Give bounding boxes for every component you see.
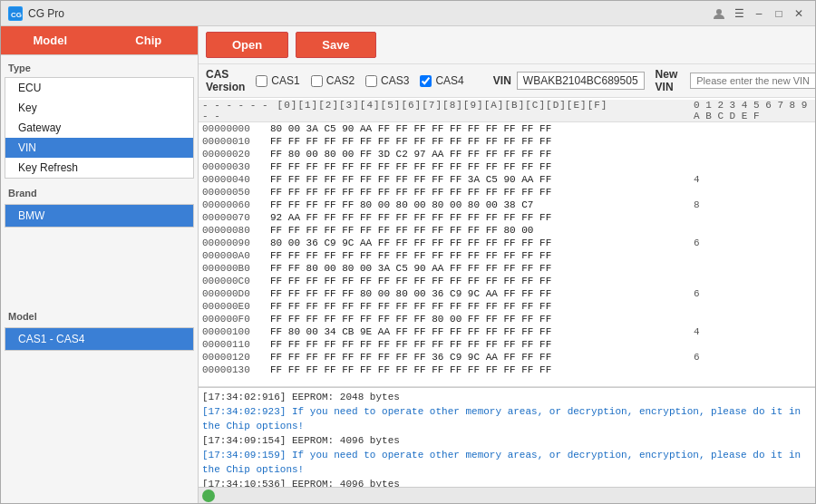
maximize-button[interactable]: □ (770, 5, 788, 23)
type-list: ECU Key Gateway VIN Key Refresh (5, 77, 194, 179)
hex-row-bytes: FF 80 00 80 00 FF 3D C2 97 AA FF FF FF F… (270, 148, 694, 160)
hex-row: 000000C0 FF FF FF FF FF FF FF FF FF FF F… (199, 275, 815, 287)
svg-point-2 (716, 9, 722, 15)
hex-row-ascii (694, 262, 811, 275)
right-panel: Open Save CAS Version CAS1 CAS2 CAS3 (199, 26, 815, 503)
hex-row: 00000020 FF 80 00 80 00 FF 3D C2 97 AA F… (199, 148, 815, 160)
hex-row: 000000D0 FF FF FF FF FF 80 00 80 00 36 C… (199, 287, 815, 300)
hex-row-ascii (694, 313, 811, 325)
cas4-checkbox[interactable] (420, 75, 432, 87)
hex-row-addr: 00000030 (202, 160, 270, 173)
tab-chip[interactable]: Chip (100, 26, 199, 54)
sidebar-item-key[interactable]: Key (5, 98, 193, 118)
main-window: CG CG Pro ☰ – □ ✕ Model Chip Type ECU (0, 0, 816, 504)
hex-row-ascii (694, 135, 811, 148)
brand-item-bmw[interactable]: BMW (5, 205, 193, 227)
app-icon: CG (8, 6, 23, 21)
new-vin-input[interactable] (690, 73, 815, 89)
hex-row-ascii: 8 (694, 199, 811, 211)
close-button[interactable]: ✕ (790, 5, 808, 23)
hex-row-addr: 00000110 (202, 338, 270, 351)
hex-row-bytes: FF FF FF FF FF FF FF FF FF FF FF 3A C5 9… (270, 173, 694, 186)
hex-row: 00000070 92 AA FF FF FF FF FF FF FF FF F… (199, 211, 815, 224)
hex-row-addr: 00000060 (202, 199, 270, 211)
hex-row-ascii (694, 300, 811, 313)
user-button[interactable] (710, 5, 728, 23)
hex-header: - - - - - - - - [0][1][2][3][4][5][6][7]… (199, 100, 815, 122)
sidebar-tabs: Model Chip (1, 26, 198, 55)
sidebar-item-gateway[interactable]: Gateway (5, 118, 193, 138)
cas3-checkbox[interactable] (365, 75, 377, 87)
hex-row: 00000040 FF FF FF FF FF FF FF FF FF FF F… (199, 173, 815, 186)
hex-row-ascii (694, 338, 811, 351)
hex-row-addr: 00000050 (202, 186, 270, 199)
cas3-label: CAS3 (381, 74, 409, 87)
log-line: [17:34:02:916] EEPROM: 2048 bytes (202, 390, 811, 404)
tab-model[interactable]: Model (1, 26, 100, 54)
hex-row: 000000A0 FF FF FF FF FF FF FF FF FF FF F… (199, 249, 815, 262)
model-item-cas1-cas4[interactable]: CAS1 - CAS4 (5, 328, 193, 350)
vin-section: VIN WBAKB2104BC689505 (493, 72, 645, 90)
open-button[interactable]: Open (206, 32, 288, 58)
hex-row-bytes: FF FF FF FF FF FF FF FF FF FF FF FF FF F… (270, 249, 694, 262)
save-button[interactable]: Save (296, 32, 375, 58)
cas2-checkbox[interactable] (311, 75, 323, 87)
status-bar (199, 487, 815, 503)
new-vin-label: New VIN (656, 68, 685, 93)
sidebar-item-ecu[interactable]: ECU (5, 78, 193, 98)
hex-row: 000000B0 FF FF 80 00 80 00 3A C5 90 AA F… (199, 262, 815, 275)
hex-row-ascii: 6 (694, 351, 811, 363)
hex-row-bytes: FF FF 80 00 80 00 3A C5 90 AA FF FF FF F… (270, 262, 694, 275)
log-line: [17:34:09:154] EEPROM: 4096 bytes (202, 433, 811, 448)
hex-row-bytes: FF FF FF FF FF FF FF FF FF FF FF FF FF F… (270, 275, 694, 287)
hex-row-addr: 00000070 (202, 211, 270, 224)
hex-row-addr: 00000100 (202, 325, 270, 338)
hex-row-bytes: FF FF FF FF FF FF FF FF FF 36 C9 9C AA F… (270, 351, 694, 363)
hex-row-bytes: FF FF FF FF FF FF FF FF FF FF FF FF FF F… (270, 135, 694, 148)
cas1-checkbox[interactable] (256, 75, 267, 87)
hex-row-bytes: FF FF FF FF FF FF FF FF FF 80 00 FF FF F… (270, 313, 694, 325)
cast-casa-space (1, 354, 198, 391)
minimize-button[interactable]: – (750, 5, 768, 23)
cas1-label: CAS1 (271, 74, 299, 87)
window-controls: ☰ – □ ✕ (710, 5, 808, 23)
app-title: CG Pro (28, 7, 64, 20)
hex-row-bytes: FF FF FF FF FF 80 00 80 00 36 C9 9C AA F… (270, 287, 694, 300)
brand-list: BMW (5, 204, 194, 228)
hex-row-addr: 000000C0 (202, 275, 270, 287)
hex-row: 00000060 FF FF FF FF FF 80 00 80 00 80 0… (199, 199, 815, 211)
hex-row: 00000110 FF FF FF FF FF FF FF FF FF FF F… (199, 338, 815, 351)
hex-row-addr: 000000D0 (202, 287, 270, 300)
hex-row: 00000010 FF FF FF FF FF FF FF FF FF FF F… (199, 135, 815, 148)
hex-row-bytes: 92 AA FF FF FF FF FF FF FF FF FF FF FF F… (270, 211, 694, 224)
hex-row: 00000130 FF FF FF FF FF FF FF FF FF FF F… (199, 363, 815, 376)
log-line: [17:34:10:536] EEPROM: 4096 bytes (202, 477, 811, 487)
hex-row-bytes: 80 00 36 C9 9C AA FF FF FF FF FF FF FF F… (270, 237, 694, 249)
cas-version-label: CAS Version (206, 68, 245, 93)
hex-row-bytes: FF FF FF FF FF FF FF FF FF FF FF FF FF 8… (270, 224, 694, 237)
hex-row-addr: 000000A0 (202, 249, 270, 262)
hex-row-ascii (694, 363, 811, 376)
hex-rows-container: 00000000 80 00 3A C5 90 AA FF FF FF FF F… (199, 122, 815, 376)
sidebar-middle-space (1, 231, 198, 304)
sidebar-item-key-refresh[interactable]: Key Refresh (5, 158, 193, 178)
hex-row-ascii (694, 122, 811, 135)
menu-button[interactable]: ☰ (730, 5, 748, 23)
hex-row: 000000E0 FF FF FF FF FF FF FF FF FF FF F… (199, 300, 815, 313)
hex-row-ascii (694, 148, 811, 160)
cas4-label: CAS4 (435, 74, 463, 87)
cas-bar: CAS Version CAS1 CAS2 CAS3 CAS4 (199, 64, 815, 98)
hex-row-ascii (694, 160, 811, 173)
title-left: CG CG Pro (8, 6, 64, 21)
vin-label: VIN (493, 74, 511, 87)
hex-row-addr: 00000130 (202, 363, 270, 376)
hex-row-addr: 000000B0 (202, 262, 270, 275)
hex-row-bytes: FF FF FF FF FF FF FF FF FF FF FF FF FF F… (270, 338, 694, 351)
type-label: Type (1, 59, 198, 75)
sidebar-item-vin[interactable]: VIN (5, 138, 193, 158)
cas4-group: CAS4 (420, 74, 463, 87)
cas2-group: CAS2 (311, 74, 355, 87)
hex-row-bytes: FF FF FF FF FF FF FF FF FF FF FF FF FF F… (270, 160, 694, 173)
sidebar: Model Chip Type ECU Key Gateway VIN Key … (1, 26, 199, 503)
status-icon (202, 489, 215, 502)
